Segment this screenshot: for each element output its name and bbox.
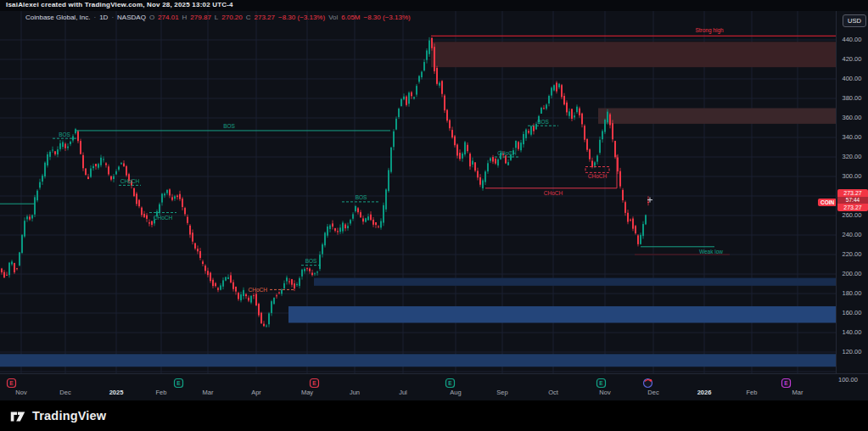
- legend-token: ·: [94, 14, 97, 21]
- annotation-label: CHoCH: [544, 190, 563, 196]
- time-axis-label: 2026: [692, 389, 717, 396]
- annotation-label: CHoCH: [588, 173, 608, 179]
- legend-token: Vol: [328, 14, 338, 21]
- price-axis-label: 300.00: [837, 172, 867, 180]
- price-axis-label: 400.00: [837, 75, 867, 82]
- currency-toggle-button[interactable]: USD: [843, 14, 866, 27]
- time-axis-label: Jun: [342, 389, 367, 396]
- annotation-label: BOS: [537, 119, 549, 125]
- time-axis-label: Aug: [443, 389, 468, 396]
- legend-token: H: [182, 14, 188, 21]
- upcoming-event-icon[interactable]: [642, 377, 653, 388]
- session-close-value: 273.27: [837, 204, 868, 211]
- price-axis-label: 160.00: [837, 309, 867, 316]
- earnings-event-icon[interactable]: E: [309, 377, 320, 388]
- time-axis-label: Mar: [785, 389, 810, 396]
- symbol-legend[interactable]: Coinbase Global, Inc.·1D·NASDAQO274.01H2…: [25, 14, 411, 21]
- svg-text:E: E: [9, 380, 14, 386]
- time-axis-label: Sep: [490, 389, 515, 396]
- price-chart[interactable]: Strong highBOSWeak lowCHoCHBOSCHoCHCHoCH…: [0, 11, 836, 373]
- structure-annotations: BOSWeak lowCHoCHBOSCHoCHCHoCHCHoCHBOSBOS…: [0, 119, 730, 293]
- chart-pane[interactable]: Strong highBOSWeak lowCHoCHBOSCHoCHCHoCH…: [0, 11, 836, 373]
- annotation-label: Weak low: [699, 249, 723, 255]
- svg-text:E: E: [176, 380, 181, 386]
- time-axis-label: Feb: [739, 389, 764, 396]
- price-axis-label: 340.00: [837, 133, 867, 141]
- tradingview-chart-screenshot: IsaiAlexei created with TradingView.com,…: [0, 0, 868, 431]
- time-axis-label: Feb: [148, 389, 174, 396]
- annotation-label: CHoCH: [154, 215, 173, 221]
- tradingview-logo[interactable]: TradingView: [8, 406, 106, 425]
- axis-corner-label: 100.00: [838, 376, 858, 383]
- earnings-event-icon[interactable]: E: [445, 377, 456, 388]
- legend-token: C: [246, 14, 251, 21]
- price-axis-label: 380.00: [837, 94, 867, 102]
- svg-text:E: E: [599, 380, 603, 386]
- legend-token: −8.30 (−3.13%): [278, 14, 325, 21]
- legend-token: 6.05M: [341, 14, 360, 21]
- last-price-label: 273.27 57:44 273.27: [837, 189, 868, 211]
- earnings-event-icon[interactable]: E: [6, 377, 17, 388]
- annotation-label: CHoCH: [497, 150, 517, 156]
- annotation-label: CHoCH: [249, 287, 268, 293]
- supply-demand-zones: Strong high: [0, 27, 836, 367]
- legend-token: Coinbase Global, Inc.: [25, 14, 91, 21]
- legend-token: L: [215, 14, 218, 21]
- price-axis-label: 240.00: [837, 231, 867, 238]
- price-axis[interactable]: USD 273.27 57:44 273.27 440.00420.00400.…: [836, 11, 868, 373]
- legend-token: 273.27: [255, 14, 275, 21]
- legend-token: 1D: [99, 14, 108, 21]
- legend-token: −8.30 (−3.13%): [364, 14, 411, 21]
- price-axis-label: 140.00: [837, 328, 867, 336]
- price-axis-label: 420.00: [837, 55, 867, 63]
- price-axis-label: 180.00: [837, 289, 867, 297]
- legend-token: 270.20: [221, 14, 242, 21]
- svg-text:E: E: [784, 380, 788, 386]
- time-axis-label: May: [294, 389, 320, 396]
- legend-token: 279.87: [190, 14, 210, 21]
- price-axis-label: 320.00: [837, 153, 867, 160]
- annotation-label: BOS: [356, 194, 367, 200]
- watermark-note: IsaiAlexei created with TradingView.com,…: [6, 1, 233, 11]
- time-axis-label: Mar: [195, 389, 221, 396]
- time-axis-label: Apr: [244, 389, 269, 396]
- annotation-label: BOS: [59, 132, 70, 137]
- price-axis-label: 260.00: [837, 211, 867, 219]
- time-axis[interactable]: 100.00 NovDec2025FebMarAprMayJunJulAugSe…: [0, 373, 868, 401]
- bar-countdown: 57:44: [837, 197, 868, 204]
- time-axis-label: Dec: [641, 389, 666, 396]
- earnings-event-icon[interactable]: E: [596, 377, 607, 388]
- legend-token: O: [149, 14, 154, 21]
- price-axis-label: 440.00: [837, 36, 867, 43]
- time-axis-label: Nov: [8, 389, 34, 396]
- tradingview-wordmark: TradingView: [32, 409, 106, 423]
- time-axis-label: 2025: [104, 389, 129, 396]
- tradingview-logo-icon: [8, 406, 27, 425]
- time-axis-label: Oct: [540, 389, 566, 396]
- annotation-label: BOS: [305, 258, 317, 264]
- time-axis-label: Nov: [592, 389, 618, 396]
- footer-bar: TradingView: [0, 400, 868, 431]
- annotation-label: CHoCH: [120, 178, 140, 184]
- last-price-value: 273.27: [837, 189, 868, 197]
- earnings-event-icon[interactable]: E: [173, 377, 184, 388]
- price-axis-label: 360.00: [837, 114, 867, 121]
- price-axis-label: 200.00: [837, 270, 867, 277]
- ticker-tag: COIN: [818, 199, 837, 206]
- svg-text:E: E: [312, 380, 316, 386]
- price-axis-label: 120.00: [837, 348, 867, 355]
- time-axis-label: Jul: [390, 389, 416, 396]
- earnings-event-icon[interactable]: E: [781, 377, 792, 388]
- zone-label: Strong high: [695, 27, 724, 34]
- price-axis-label: 220.00: [837, 250, 867, 258]
- time-axis-label: Dec: [53, 389, 78, 396]
- legend-token: 274.01: [158, 14, 178, 21]
- legend-token: ·: [111, 14, 114, 21]
- svg-text:E: E: [448, 380, 452, 386]
- legend-token: NASDAQ: [117, 14, 146, 21]
- annotation-label: BOS: [223, 123, 235, 129]
